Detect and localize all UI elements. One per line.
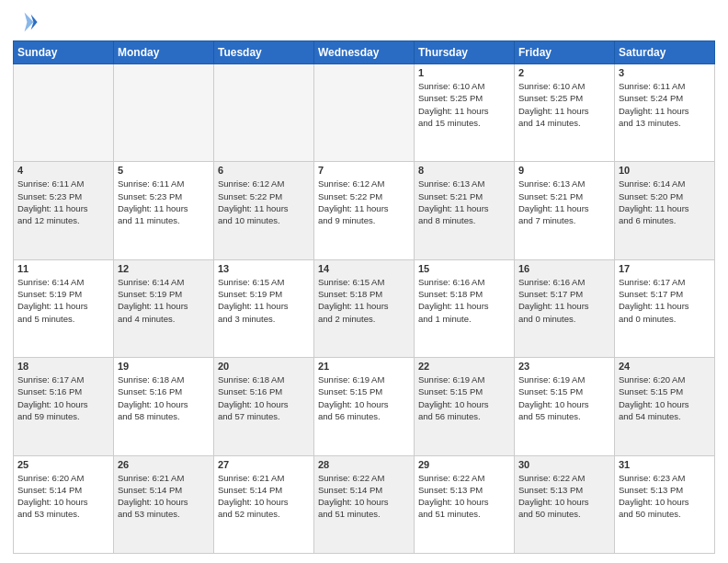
day-info: Sunrise: 6:16 AMSunset: 5:17 PMDaylight:… xyxy=(518,276,610,325)
day-info: Sunrise: 6:17 AMSunset: 5:16 PMDaylight:… xyxy=(17,373,109,422)
day-info: Sunrise: 6:17 AMSunset: 5:17 PMDaylight:… xyxy=(619,276,711,325)
day-number: 15 xyxy=(418,263,510,274)
day-info: Sunrise: 6:10 AMSunset: 5:25 PMDaylight:… xyxy=(518,80,610,129)
day-number: 12 xyxy=(118,263,210,274)
day-info: Sunrise: 6:22 AMSunset: 5:13 PMDaylight:… xyxy=(418,472,510,521)
day-number: 14 xyxy=(318,263,410,274)
day-info: Sunrise: 6:21 AMSunset: 5:14 PMDaylight:… xyxy=(218,472,310,521)
weekday-header-sunday: Sunday xyxy=(14,41,114,64)
calendar-cell: 20Sunrise: 6:18 AMSunset: 5:16 PMDayligh… xyxy=(214,358,314,455)
weekday-header-tuesday: Tuesday xyxy=(214,41,314,64)
day-info: Sunrise: 6:14 AMSunset: 5:19 PMDaylight:… xyxy=(118,276,210,325)
calendar-cell: 16Sunrise: 6:16 AMSunset: 5:17 PMDayligh… xyxy=(515,259,615,357)
calendar-week-3: 18Sunrise: 6:17 AMSunset: 5:16 PMDayligh… xyxy=(14,358,715,455)
day-info: Sunrise: 6:21 AMSunset: 5:14 PMDaylight:… xyxy=(118,472,210,521)
calendar-cell: 13Sunrise: 6:15 AMSunset: 5:19 PMDayligh… xyxy=(214,259,314,357)
day-info: Sunrise: 6:12 AMSunset: 5:22 PMDaylight:… xyxy=(218,178,310,226)
calendar-cell: 18Sunrise: 6:17 AMSunset: 5:16 PMDayligh… xyxy=(14,358,114,455)
logo xyxy=(13,9,42,35)
calendar-week-4: 25Sunrise: 6:20 AMSunset: 5:14 PMDayligh… xyxy=(14,455,715,553)
day-number: 25 xyxy=(17,459,109,470)
day-info: Sunrise: 6:13 AMSunset: 5:21 PMDaylight:… xyxy=(518,178,610,226)
calendar-cell: 10Sunrise: 6:14 AMSunset: 5:20 PMDayligh… xyxy=(615,162,715,259)
calendar-cell: 6Sunrise: 6:12 AMSunset: 5:22 PMDaylight… xyxy=(214,162,314,259)
day-number: 8 xyxy=(418,165,510,176)
calendar-cell: 27Sunrise: 6:21 AMSunset: 5:14 PMDayligh… xyxy=(214,455,314,553)
day-number: 30 xyxy=(518,459,610,470)
day-number: 26 xyxy=(118,459,210,470)
calendar-cell: 29Sunrise: 6:22 AMSunset: 5:13 PMDayligh… xyxy=(415,455,515,553)
day-number: 21 xyxy=(318,361,410,372)
day-number: 27 xyxy=(218,459,310,470)
day-info: Sunrise: 6:20 AMSunset: 5:14 PMDaylight:… xyxy=(17,472,109,521)
weekday-header-row: SundayMondayTuesdayWednesdayThursdayFrid… xyxy=(14,41,715,64)
day-number: 16 xyxy=(518,263,610,274)
day-info: Sunrise: 6:23 AMSunset: 5:13 PMDaylight:… xyxy=(619,472,711,521)
calendar-cell xyxy=(314,64,415,162)
day-number: 20 xyxy=(218,361,310,372)
logo-icon xyxy=(13,9,39,35)
calendar-cell: 11Sunrise: 6:14 AMSunset: 5:19 PMDayligh… xyxy=(14,259,114,357)
weekday-header-friday: Friday xyxy=(515,41,615,64)
day-number: 18 xyxy=(17,361,109,372)
calendar-cell: 4Sunrise: 6:11 AMSunset: 5:23 PMDaylight… xyxy=(14,162,114,259)
weekday-header-monday: Monday xyxy=(114,41,214,64)
day-number: 11 xyxy=(17,263,109,274)
calendar-cell: 9Sunrise: 6:13 AMSunset: 5:21 PMDaylight… xyxy=(515,162,615,259)
day-number: 1 xyxy=(418,67,510,78)
day-number: 29 xyxy=(418,459,510,470)
day-info: Sunrise: 6:14 AMSunset: 5:20 PMDaylight:… xyxy=(619,178,711,226)
day-number: 22 xyxy=(418,361,510,372)
header xyxy=(13,9,715,35)
day-number: 3 xyxy=(619,67,711,78)
day-number: 13 xyxy=(218,263,310,274)
day-info: Sunrise: 6:19 AMSunset: 5:15 PMDaylight:… xyxy=(418,373,510,422)
calendar-cell: 14Sunrise: 6:15 AMSunset: 5:18 PMDayligh… xyxy=(314,259,415,357)
day-number: 7 xyxy=(318,165,410,176)
day-info: Sunrise: 6:16 AMSunset: 5:18 PMDaylight:… xyxy=(418,276,510,325)
calendar-week-2: 11Sunrise: 6:14 AMSunset: 5:19 PMDayligh… xyxy=(14,259,715,357)
day-info: Sunrise: 6:18 AMSunset: 5:16 PMDaylight:… xyxy=(118,373,210,422)
calendar-cell: 17Sunrise: 6:17 AMSunset: 5:17 PMDayligh… xyxy=(615,259,715,357)
day-info: Sunrise: 6:22 AMSunset: 5:14 PMDaylight:… xyxy=(318,472,410,521)
day-number: 10 xyxy=(619,165,711,176)
day-info: Sunrise: 6:20 AMSunset: 5:15 PMDaylight:… xyxy=(619,373,711,422)
day-info: Sunrise: 6:18 AMSunset: 5:16 PMDaylight:… xyxy=(218,373,310,422)
calendar-cell: 19Sunrise: 6:18 AMSunset: 5:16 PMDayligh… xyxy=(114,358,214,455)
weekday-header-thursday: Thursday xyxy=(415,41,515,64)
calendar-cell: 21Sunrise: 6:19 AMSunset: 5:15 PMDayligh… xyxy=(314,358,415,455)
day-info: Sunrise: 6:22 AMSunset: 5:13 PMDaylight:… xyxy=(518,472,610,521)
day-number: 6 xyxy=(218,165,310,176)
day-info: Sunrise: 6:15 AMSunset: 5:19 PMDaylight:… xyxy=(218,276,310,325)
calendar-cell: 2Sunrise: 6:10 AMSunset: 5:25 PMDaylight… xyxy=(515,64,615,162)
calendar-cell: 3Sunrise: 6:11 AMSunset: 5:24 PMDaylight… xyxy=(615,64,715,162)
calendar-cell: 26Sunrise: 6:21 AMSunset: 5:14 PMDayligh… xyxy=(114,455,214,553)
calendar-cell: 25Sunrise: 6:20 AMSunset: 5:14 PMDayligh… xyxy=(14,455,114,553)
calendar-cell: 30Sunrise: 6:22 AMSunset: 5:13 PMDayligh… xyxy=(515,455,615,553)
calendar-cell: 5Sunrise: 6:11 AMSunset: 5:23 PMDaylight… xyxy=(114,162,214,259)
day-info: Sunrise: 6:19 AMSunset: 5:15 PMDaylight:… xyxy=(518,373,610,422)
calendar-cell: 7Sunrise: 6:12 AMSunset: 5:22 PMDaylight… xyxy=(314,162,415,259)
day-number: 24 xyxy=(619,361,711,372)
weekday-header-wednesday: Wednesday xyxy=(314,41,415,64)
page-container: SundayMondayTuesdayWednesdayThursdayFrid… xyxy=(0,0,728,563)
day-number: 2 xyxy=(518,67,610,78)
day-info: Sunrise: 6:14 AMSunset: 5:19 PMDaylight:… xyxy=(17,276,109,325)
day-number: 23 xyxy=(518,361,610,372)
calendar-week-0: 1Sunrise: 6:10 AMSunset: 5:25 PMDaylight… xyxy=(14,64,715,162)
day-number: 4 xyxy=(17,165,109,176)
day-number: 17 xyxy=(619,263,711,274)
calendar-cell: 8Sunrise: 6:13 AMSunset: 5:21 PMDaylight… xyxy=(415,162,515,259)
day-info: Sunrise: 6:13 AMSunset: 5:21 PMDaylight:… xyxy=(418,178,510,226)
calendar-cell: 1Sunrise: 6:10 AMSunset: 5:25 PMDaylight… xyxy=(415,64,515,162)
calendar-week-1: 4Sunrise: 6:11 AMSunset: 5:23 PMDaylight… xyxy=(14,162,715,259)
day-number: 19 xyxy=(118,361,210,372)
calendar-table: SundayMondayTuesdayWednesdayThursdayFrid… xyxy=(13,40,715,554)
day-info: Sunrise: 6:19 AMSunset: 5:15 PMDaylight:… xyxy=(318,373,410,422)
calendar-cell: 12Sunrise: 6:14 AMSunset: 5:19 PMDayligh… xyxy=(114,259,214,357)
day-info: Sunrise: 6:10 AMSunset: 5:25 PMDaylight:… xyxy=(418,80,510,129)
svg-marker-1 xyxy=(25,13,34,32)
day-number: 9 xyxy=(518,165,610,176)
calendar-cell: 15Sunrise: 6:16 AMSunset: 5:18 PMDayligh… xyxy=(415,259,515,357)
calendar-cell: 31Sunrise: 6:23 AMSunset: 5:13 PMDayligh… xyxy=(615,455,715,553)
